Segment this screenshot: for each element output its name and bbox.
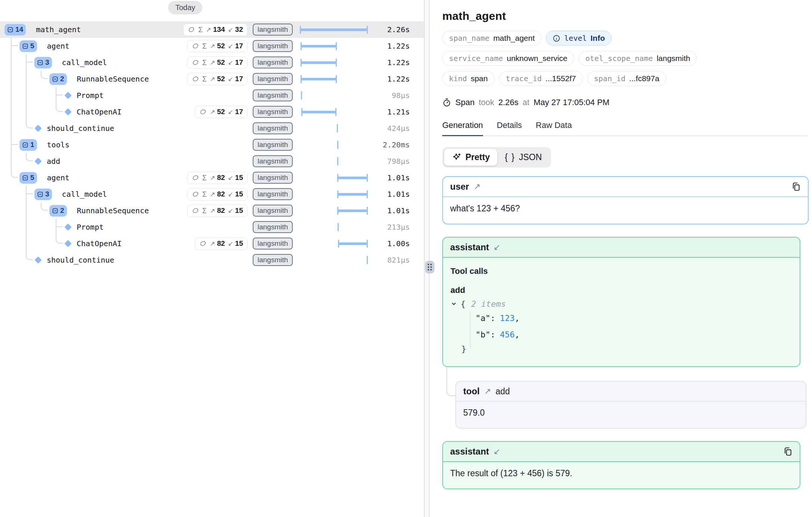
- timeline-track: [299, 120, 367, 137]
- tree-row-tools[interactable]: 1toolslangsmith2.20ms: [0, 137, 424, 153]
- tree-row-ChatOpenAI[interactable]: ChatOpenAI↗52↙17langsmith1.21s: [0, 104, 424, 120]
- leaf-diamond-icon: [34, 256, 42, 264]
- vendor-badge: langsmith: [253, 221, 293, 233]
- timeline-bar: [338, 193, 367, 196]
- tree-row-RunnableSequence[interactable]: 2RunnableSequenceΣ↗52↙17langsmith1.22s: [0, 71, 424, 87]
- span-name-label: should_continue: [47, 256, 114, 264]
- span-name-label: ChatOpenAI: [77, 107, 122, 116]
- tree-row-agent[interactable]: 5agentΣ↗82↙15langsmith1.01s: [0, 169, 424, 186]
- collapse-badge[interactable]: 1: [19, 139, 37, 151]
- tag-service_name[interactable]: service_nameunknown_service: [442, 51, 574, 66]
- timeline-track: [299, 235, 367, 252]
- tag-span_id[interactable]: span_id...fc897a: [587, 71, 666, 86]
- json-close-line: }: [450, 343, 792, 355]
- timeline-track: [299, 169, 367, 186]
- message-card-tool: tool ↗ add 579.0: [455, 381, 806, 429]
- tokens-coin-icon: [192, 174, 199, 181]
- tag-value: langsmith: [656, 54, 690, 63]
- tag-span_name[interactable]: span_namemath_agent: [442, 31, 541, 46]
- tag-row: service_nameunknown_serviceotel_scope_na…: [442, 51, 808, 66]
- incoming-arrow-icon: ↙: [493, 242, 500, 252]
- tag-kind[interactable]: kindspan: [442, 71, 495, 86]
- tab-raw-data[interactable]: Raw Data: [536, 120, 572, 136]
- duration-label: 1.21s: [387, 104, 410, 120]
- copy-button[interactable]: [791, 182, 801, 192]
- leaf-diamond-icon: [64, 223, 72, 231]
- child-count: 5: [30, 174, 34, 182]
- sigma-icon: Σ: [202, 174, 207, 182]
- tag-key: level: [564, 34, 587, 43]
- output-tokens: 17: [235, 58, 243, 67]
- collapse-badge[interactable]: 3: [34, 189, 52, 200]
- collapse-badge[interactable]: 2: [49, 73, 67, 85]
- span-name-label: call_model: [62, 190, 107, 199]
- tag-trace_id[interactable]: trace_id...1552f7: [499, 71, 583, 86]
- tag-row: span_namemath_agentlevelInfo: [442, 31, 808, 46]
- tree-row-Prompt[interactable]: Promptlangsmith213µs: [0, 219, 424, 235]
- copy-icon: [783, 447, 793, 456]
- tree-row-Prompt[interactable]: Promptlangsmith98µs: [0, 87, 424, 104]
- input-tokens-arrow-icon: ↗: [210, 190, 215, 198]
- tag-key: span_name: [449, 34, 489, 43]
- timeline-track: [299, 137, 367, 153]
- tool-name: add: [495, 386, 510, 397]
- tree-row-RunnableSequence[interactable]: 2RunnableSequenceΣ↗82↙15langsmith1.01s: [0, 202, 424, 219]
- input-tokens: 52: [217, 75, 225, 83]
- panel-divider[interactable]: [424, 0, 430, 517]
- output-tokens: 17: [235, 42, 243, 50]
- view-toggle-pretty[interactable]: Pretty: [444, 149, 497, 166]
- token-metrics-pill: Σ↗82↙15: [187, 188, 247, 201]
- timeline-track: [299, 219, 367, 235]
- tag-value: ...fc897a: [629, 74, 659, 83]
- message-body: 579.0: [456, 401, 806, 428]
- square-minus-icon: [37, 191, 43, 198]
- sigma-icon: Σ: [202, 207, 207, 215]
- duration-label: 213µs: [387, 219, 410, 235]
- tree-row-add[interactable]: addlangsmith798µs: [0, 153, 424, 169]
- tree-row-ChatOpenAI[interactable]: ChatOpenAI↗82↙15langsmith1.00s: [0, 235, 424, 252]
- input-tokens-arrow-icon: ↗: [210, 75, 215, 83]
- collapse-badge[interactable]: 2: [49, 205, 67, 217]
- timeline-track: [299, 153, 367, 169]
- tab-details[interactable]: Details: [497, 120, 522, 136]
- metrics-wrap: Σ↗82↙15: [153, 169, 247, 186]
- timeline-bar: [338, 242, 367, 245]
- view-toggle: Pretty{ }JSON: [442, 147, 551, 168]
- span-name-label: add: [47, 157, 60, 166]
- vendor-badge: langsmith: [253, 24, 293, 36]
- collapse-badge[interactable]: 14: [4, 24, 26, 36]
- vendor-badge: langsmith: [253, 56, 293, 68]
- token-metrics-pill: Σ↗82↙15: [187, 205, 247, 217]
- square-minus-icon: [7, 27, 13, 33]
- tree-row-should_continue[interactable]: should_continuelangsmith424µs: [0, 120, 424, 137]
- tree-row-agent[interactable]: 5agentΣ↗52↙17langsmith1.22s: [0, 38, 424, 54]
- input-tokens-arrow-icon: ↗: [210, 59, 215, 67]
- json-root-line[interactable]: { 2 items: [450, 298, 792, 310]
- collapse-badge[interactable]: 5: [19, 172, 37, 184]
- tree-row-call_model[interactable]: 3call_modelΣ↗82↙15langsmith1.01s: [0, 186, 424, 202]
- square-minus-icon: [37, 59, 43, 66]
- role-label: tool: [463, 386, 480, 397]
- tag-otel_scope_name[interactable]: otel_scope_namelangsmith: [579, 51, 697, 66]
- tree-row-should_continue[interactable]: should_continuelangsmith821µs: [0, 252, 424, 268]
- tokens-coin-icon: [192, 190, 199, 198]
- items-count: 2 items: [471, 299, 506, 309]
- panel-resize-handle[interactable]: [425, 261, 434, 273]
- tab-generation[interactable]: Generation: [442, 120, 483, 136]
- json-indent-guide: [470, 312, 470, 348]
- collapse-badge[interactable]: 5: [19, 40, 37, 52]
- view-toggle-json[interactable]: { }JSON: [497, 149, 549, 166]
- copy-button[interactable]: [783, 447, 793, 456]
- timeline-bar: [301, 78, 337, 80]
- output-tokens-arrow-icon: ↙: [228, 75, 233, 83]
- token-metrics-pill: ↗82↙15: [195, 238, 247, 250]
- input-tokens-arrow-icon: ↗: [210, 207, 215, 215]
- output-tokens-arrow-icon: ↙: [228, 240, 233, 248]
- tree-row-math_agent[interactable]: 14math_agentΣ↗134↙32langsmith2.26s: [0, 21, 424, 38]
- tree-row-call_model[interactable]: 3call_modelΣ↗52↙17langsmith1.22s: [0, 54, 424, 71]
- collapse-badge[interactable]: 3: [34, 57, 52, 68]
- tokens-coin-icon: [192, 207, 199, 214]
- message-header: tool ↗ add: [456, 382, 806, 401]
- duration-label: 1.22s: [387, 38, 410, 54]
- tag-level[interactable]: levelInfo: [546, 31, 612, 46]
